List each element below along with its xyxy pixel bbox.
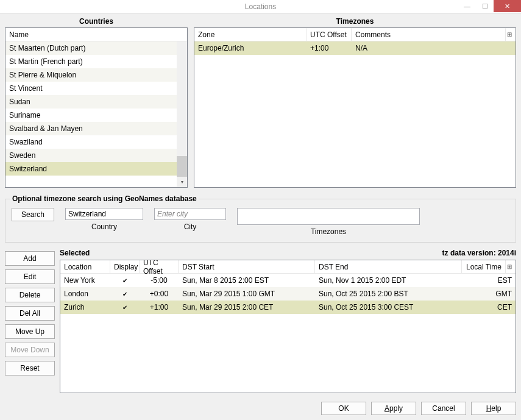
search-legend: Optional timezone search using GeoNames … [10,194,199,203]
timezones-label: Timezones [311,227,346,236]
comments-column[interactable]: Comments [352,28,506,41]
city-input[interactable] [154,208,226,220]
geonames-search-group: Optional timezone search using GeoNames … [5,199,516,243]
move-up-button[interactable]: Move Up [5,324,55,339]
dialog-content: Countries Name St Maarten (Dutch part)St… [0,13,521,420]
timezone-row[interactable]: Europe/Zurich+1:00N/A [194,41,516,55]
delete-button[interactable]: Delete [5,288,55,302]
city-label: City [184,222,197,231]
minimize-button[interactable]: — [458,0,476,12]
scrollbar-thumb[interactable] [177,156,187,177]
comments-cell: N/A [352,44,516,52]
dst-end-cell: Sun, Oct 25 2015 2:00 BST [315,287,472,301]
del-all-button[interactable]: Del All [5,306,55,321]
offset-cell: +1:00 [140,301,179,314]
dialog-buttons: OK Apply Cancel Help [5,398,516,415]
search-row: Search Country City Timezones [12,208,509,236]
dst-start-cell: Sun, Mar 29 2015 2:00 CET [179,301,315,314]
move-down-button[interactable]: Move Down [5,343,55,357]
selected-section: Add Edit Delete Del All Move Up Move Dow… [5,247,516,393]
edit-button[interactable]: Edit [5,269,55,284]
offset-column[interactable]: UTC Offset [140,260,179,274]
selected-rows: New York✔-5:00Sun, Mar 8 2015 2:00 ESTSu… [60,274,516,393]
location-cell: Zurich [60,301,110,314]
name-column[interactable]: Name [5,28,187,41]
display-column[interactable]: Display [110,260,140,274]
country-row[interactable]: Switzerland [5,162,187,176]
reset-button[interactable]: Reset [5,361,55,376]
apply-button[interactable]: Apply [371,402,416,415]
location-cell: New York [60,274,110,287]
timezones-rows: Europe/Zurich+1:00N/A [194,41,516,187]
top-panels: Countries Name St Maarten (Dutch part)St… [5,17,516,188]
window-controls: — ☐ ✕ [458,0,521,12]
selected-title: Selected [60,249,90,257]
dst-start-cell: Sun, Mar 8 2015 2:00 EST [179,274,315,287]
dst-end-column[interactable]: DST End [315,260,462,274]
dst-end-cell: Sun, Nov 1 2015 2:00 EDT [315,274,472,287]
country-row[interactable]: St Martin (French part) [5,55,187,68]
titlebar: Locations — ☐ ✕ [0,0,521,13]
country-row[interactable]: St Vincent [5,82,187,95]
countries-column-header[interactable]: Name [5,28,187,41]
selected-row[interactable]: New York✔-5:00Sun, Mar 8 2015 2:00 ESTSu… [60,274,516,287]
search-button-col: Search [12,208,54,221]
tz-data-version: tz data version: 2014i [442,249,516,257]
display-cell: ✔ [110,301,140,314]
column-picker-icon[interactable]: ⊞ [506,263,516,270]
selected-table[interactable]: Location Display UTC Offset DST Start DS… [60,260,516,393]
countries-panel: Countries Name St Maarten (Dutch part)St… [5,17,188,188]
city-input-col: City [154,208,226,231]
local-time-cell: CET [472,301,516,314]
column-picker-icon[interactable]: ⊞ [506,31,516,38]
timezones-heading: Timezones [194,17,516,27]
country-row[interactable]: Swaziland [5,135,187,149]
scroll-down-arrow[interactable]: ▾ [177,177,187,187]
selected-header: Selected tz data version: 2014i [60,247,516,260]
country-row[interactable]: Suriname [5,109,187,122]
timezones-listbox[interactable]: Zone UTC Offset Comments ⊞ Europe/Zurich… [194,27,516,188]
country-input[interactable] [65,208,143,220]
country-row[interactable]: St Maarten (Dutch part) [5,41,187,55]
side-buttons: Add Edit Delete Del All Move Up Move Dow… [5,247,55,393]
location-cell: London [60,287,110,301]
country-row[interactable]: Sudan [5,95,187,109]
country-input-col: Country [65,208,143,231]
timezones-output-col: Timezones [237,208,420,236]
countries-listbox[interactable]: Name St Maarten (Dutch part)St Martin (F… [5,27,188,188]
selected-column-header[interactable]: Location Display UTC Offset DST Start DS… [60,260,516,274]
countries-heading: Countries [5,17,188,27]
add-button[interactable]: Add [5,251,55,266]
timezones-display[interactable] [237,208,420,225]
selected-row[interactable]: Zurich✔+1:00Sun, Mar 29 2015 2:00 CETSun… [60,301,516,314]
dst-start-cell: Sun, Mar 29 2015 1:00 GMT [179,287,315,301]
offset-cell: -5:00 [140,274,179,287]
close-button[interactable]: ✕ [494,0,521,12]
timezones-column-header[interactable]: Zone UTC Offset Comments ⊞ [194,28,516,41]
country-row[interactable]: Sweden [5,149,187,162]
country-label: Country [91,222,117,231]
local-time-cell: GMT [472,287,516,301]
countries-scrollbar[interactable]: ▾ [177,41,187,187]
cancel-button[interactable]: Cancel [421,402,466,415]
help-button[interactable]: Help [471,402,516,415]
zone-column[interactable]: Zone [194,28,307,41]
maximize-button[interactable]: ☐ [476,0,494,12]
dst-start-column[interactable]: DST Start [179,260,315,274]
display-cell: ✔ [110,287,140,301]
window-title: Locations [245,2,276,11]
local-time-column[interactable]: Local Time [462,260,506,274]
local-time-cell: EST [472,274,516,287]
dst-end-cell: Sun, Oct 25 2015 3:00 CEST [315,301,472,314]
selected-panel: Selected tz data version: 2014i Location… [60,247,516,393]
selected-row[interactable]: London✔+0:00Sun, Mar 29 2015 1:00 GMTSun… [60,287,516,301]
search-button[interactable]: Search [12,208,54,221]
timezones-panel: Timezones Zone UTC Offset Comments ⊞ Eur… [194,17,516,188]
ok-button[interactable]: OK [321,402,366,415]
country-row[interactable]: Svalbard & Jan Mayen [5,122,187,135]
country-row[interactable]: St Pierre & Miquelon [5,68,187,82]
locations-window: Locations — ☐ ✕ Countries Name St Maarte… [0,0,521,420]
offset-column[interactable]: UTC Offset [307,28,352,41]
countries-rows: St Maarten (Dutch part)St Martin (French… [5,41,187,187]
location-column[interactable]: Location [60,260,110,274]
